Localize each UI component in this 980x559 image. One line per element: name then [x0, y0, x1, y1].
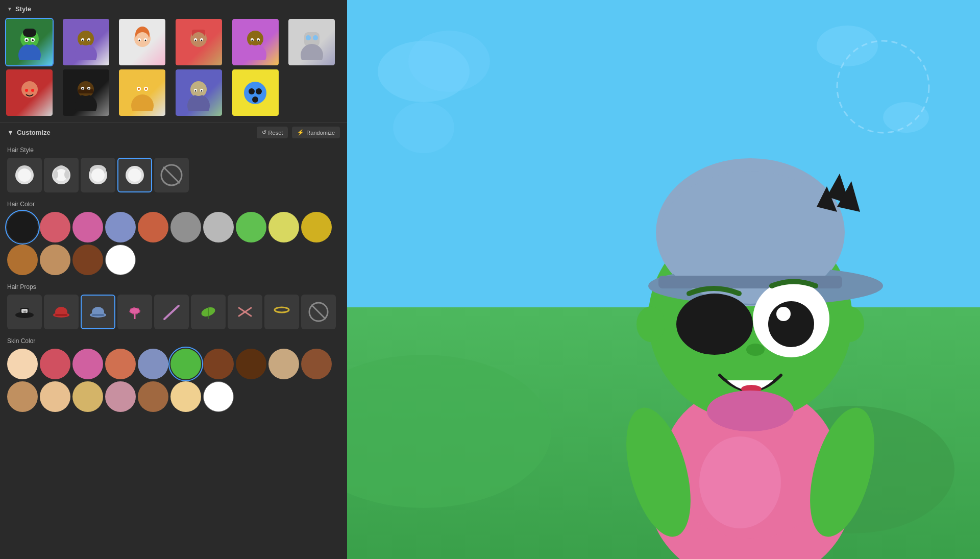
skin-color-14[interactable] — [105, 381, 136, 412]
style-thumb-inner-8 — [63, 69, 109, 116]
style-grid — [0, 16, 347, 122]
hair-color-10[interactable] — [301, 212, 332, 242]
skin-color-7[interactable] — [203, 349, 234, 379]
hair-color-5[interactable] — [138, 212, 168, 242]
hair-color-label: Hair Color — [0, 197, 347, 210]
skin-color-17[interactable] — [203, 381, 234, 412]
svg-point-116 — [636, 306, 665, 342]
skin-color-16[interactable] — [170, 381, 201, 412]
hair-color-7[interactable] — [203, 212, 234, 242]
skin-color-13[interactable] — [72, 381, 103, 412]
style-thumb-7[interactable] — [5, 68, 54, 117]
skin-color-2[interactable] — [40, 349, 70, 379]
style-thumb-8[interactable] — [62, 68, 110, 117]
style-thumb-4[interactable] — [175, 18, 223, 66]
style-thumb-inner-6 — [288, 19, 335, 65]
style-thumb-inner-4 — [176, 19, 222, 65]
hair-style-4[interactable] — [117, 158, 152, 192]
style-thumb-inner-1 — [6, 19, 53, 65]
skin-color-4[interactable] — [105, 349, 136, 379]
hair-prop-none[interactable] — [301, 295, 336, 329]
customize-actions: ↺ Reset ⚡ Randomize — [257, 127, 340, 138]
character-container — [521, 74, 980, 559]
skin-color-6[interactable] — [170, 349, 201, 379]
skin-color-9[interactable] — [268, 349, 299, 379]
svg-point-27 — [195, 39, 197, 41]
hair-color-3[interactable] — [72, 212, 103, 242]
style-thumb-9[interactable] — [118, 68, 166, 117]
hair-style-grid — [0, 156, 347, 197]
svg-point-6 — [26, 39, 28, 41]
cloud-shape-2 — [817, 26, 878, 66]
style-thumb-inner-3 — [119, 19, 165, 65]
svg-point-54 — [131, 94, 154, 111]
style-thumb-1[interactable] — [5, 18, 54, 66]
hair-style-3[interactable] — [81, 158, 115, 192]
style-thumb-10[interactable] — [175, 68, 223, 117]
hair-prop-leaf[interactable] — [191, 295, 226, 329]
skin-color-3[interactable] — [72, 349, 103, 379]
hair-color-8[interactable] — [236, 212, 266, 242]
hair-color-12[interactable] — [40, 245, 70, 275]
svg-point-64 — [195, 90, 197, 91]
hair-color-13[interactable] — [72, 245, 103, 275]
svg-point-60 — [187, 94, 210, 111]
randomize-button[interactable]: ⚡ Randomize — [292, 127, 340, 138]
svg-point-28 — [201, 39, 203, 41]
style-thumb-inner-11 — [232, 69, 279, 116]
hair-props-label: Hair Props — [0, 279, 347, 293]
style-thumb-inner-10 — [176, 69, 222, 116]
hair-style-none[interactable] — [154, 158, 189, 192]
style-thumb-3[interactable] — [118, 18, 166, 66]
svg-point-108 — [393, 102, 454, 153]
hair-prop-candy[interactable] — [117, 295, 152, 329]
hair-color-14[interactable] — [105, 245, 136, 275]
skin-color-1[interactable] — [7, 349, 38, 379]
hair-prop-blue-cap[interactable] — [81, 295, 115, 329]
svg-line-99 — [164, 306, 179, 319]
customize-title: ▼ Customize — [7, 129, 51, 136]
svg-rect-3 — [23, 29, 36, 37]
skin-color-5[interactable] — [138, 349, 168, 379]
style-thumb-inner-7 — [6, 69, 53, 116]
svg-point-17 — [136, 32, 149, 45]
hair-color-2[interactable] — [40, 212, 70, 242]
reset-button[interactable]: ↺ Reset — [257, 127, 288, 138]
svg-point-37 — [301, 44, 323, 60]
svg-text:☠: ☠ — [23, 309, 27, 314]
style-thumb-6[interactable] — [287, 18, 336, 66]
svg-point-68 — [256, 88, 262, 94]
skin-color-12[interactable] — [40, 381, 70, 412]
hair-color-11[interactable] — [7, 245, 38, 275]
skin-color-15[interactable] — [138, 381, 168, 412]
skin-color-10[interactable] — [301, 349, 332, 379]
reset-icon: ↺ — [262, 129, 266, 136]
hair-prop-halo[interactable] — [264, 295, 299, 329]
svg-rect-92 — [55, 314, 67, 316]
svg-point-104 — [275, 307, 289, 312]
style-thumb-2[interactable] — [62, 18, 110, 66]
skin-color-8[interactable] — [236, 349, 266, 379]
svg-point-58 — [145, 88, 147, 90]
style-thumb-inner-5 — [232, 19, 279, 65]
skin-color-11[interactable] — [7, 381, 38, 412]
character-background — [347, 0, 980, 559]
style-thumb-5[interactable] — [231, 18, 280, 66]
hair-prop-red-cap[interactable] — [44, 295, 79, 329]
svg-point-45 — [75, 94, 97, 111]
style-thumb-11[interactable] — [231, 68, 280, 117]
hair-style-1[interactable] — [7, 158, 42, 192]
hair-color-4[interactable] — [105, 212, 136, 242]
hair-style-2[interactable] — [44, 158, 79, 192]
hair-color-1[interactable] — [7, 212, 38, 242]
hair-prop-stick[interactable] — [154, 295, 189, 329]
svg-point-10 — [79, 32, 92, 45]
svg-point-129 — [746, 344, 765, 356]
hair-color-6[interactable] — [170, 212, 201, 242]
hair-prop-pins[interactable] — [228, 295, 262, 329]
right-panel — [347, 0, 980, 559]
hair-prop-pirate[interactable]: ☠ — [7, 295, 42, 329]
svg-line-106 — [311, 305, 326, 319]
hair-color-9[interactable] — [268, 212, 299, 242]
hair-props-grid: ☠ — [0, 293, 347, 333]
